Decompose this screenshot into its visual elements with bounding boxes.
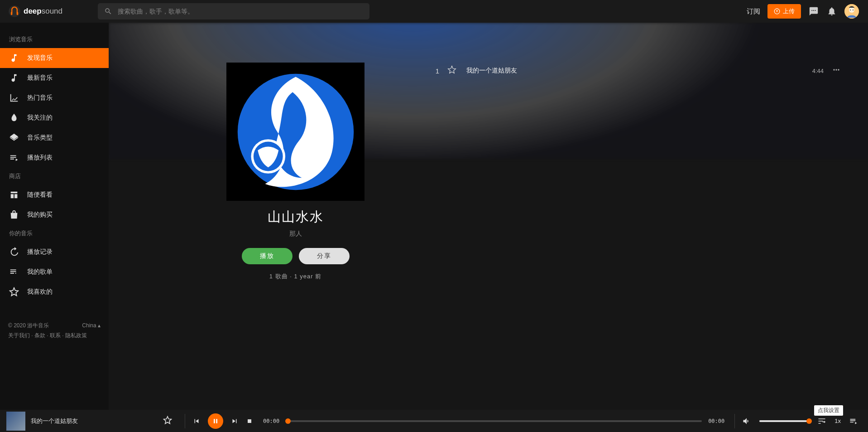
logo-text: deepsound: [24, 7, 62, 16]
track-more-button[interactable]: [832, 65, 841, 76]
queue-button[interactable]: [845, 417, 862, 426]
progress-bar[interactable]: [286, 420, 702, 422]
svg-rect-1: [11, 12, 12, 15]
logo-icon: [8, 5, 21, 18]
section-store-title: 商店: [0, 168, 109, 185]
volume-slider[interactable]: [759, 420, 809, 422]
svg-point-7: [853, 10, 854, 10]
play-album-button[interactable]: 播放: [242, 248, 293, 264]
prev-button[interactable]: [189, 417, 204, 425]
share-album-button[interactable]: 分享: [299, 248, 350, 264]
search-box[interactable]: [98, 3, 369, 19]
main-content: 山山水水 那人 播放 分享 1 歌曲 · 1 year 前 1 我的一个道姑朋友…: [109, 23, 868, 410]
play-pause-button[interactable]: [208, 413, 223, 429]
footer-about[interactable]: 关于我们: [8, 332, 30, 339]
album-artist[interactable]: 那人: [226, 230, 364, 238]
chart-icon: [9, 93, 19, 103]
divider: [185, 414, 185, 428]
drop-icon: [9, 113, 19, 123]
tracklist: 1 我的一个道姑朋友 4:44: [421, 60, 841, 82]
queue-icon: [9, 267, 19, 277]
hero-background: [109, 23, 868, 159]
now-playing-title[interactable]: 我的一个道姑朋友: [31, 417, 139, 425]
section-mine-title: 你的音乐: [0, 225, 109, 242]
divider: [734, 414, 735, 428]
footer-contact[interactable]: 联系: [50, 332, 61, 339]
next-button[interactable]: [227, 417, 242, 425]
album-title: 山山水水: [226, 208, 364, 226]
copyright: © 2020 游牛音乐: [8, 321, 49, 331]
footer-terms[interactable]: 条款: [34, 332, 45, 339]
svg-point-12: [835, 69, 837, 70]
album-cover: [226, 63, 364, 201]
star-icon: [9, 287, 19, 297]
now-playing-favorite[interactable]: [163, 416, 172, 427]
nav-trending[interactable]: 热门音乐: [0, 88, 109, 108]
logo[interactable]: deepsound: [8, 5, 62, 18]
svg-point-11: [833, 69, 834, 70]
music-note-icon: [9, 73, 19, 83]
nav-purchases[interactable]: 我的购买: [0, 205, 109, 225]
nav-playlists[interactable]: 播放列表: [0, 148, 109, 168]
nav-favorites[interactable]: 我喜欢的: [0, 282, 109, 302]
settings-tooltip: 点我设置: [814, 405, 843, 416]
nav-genres[interactable]: 音乐类型: [0, 128, 109, 148]
elapsed-time: 00:00: [257, 418, 286, 424]
nav-following[interactable]: 我关注的: [0, 108, 109, 128]
album-panel: 山山水水 那人 播放 分享 1 歌曲 · 1 year 前: [226, 63, 364, 281]
layers-icon: [9, 133, 19, 143]
footer-privacy[interactable]: 隐私政策: [65, 332, 87, 339]
volume-icon[interactable]: [739, 417, 755, 426]
now-playing-art[interactable]: [6, 412, 25, 431]
player-bar: 我的一个道姑朋友 00:00 00:00 点我设置 1x: [0, 410, 868, 432]
subscribe-link[interactable]: 订阅: [747, 7, 760, 16]
header: deepsound 订阅 上传: [0, 0, 868, 23]
svg-point-6: [850, 10, 851, 10]
svg-rect-2: [17, 12, 19, 15]
playlist-icon: [9, 153, 19, 163]
messages-icon[interactable]: [808, 6, 819, 17]
music-note-icon: [9, 53, 19, 63]
upload-icon: [774, 8, 780, 15]
track-row[interactable]: 1 我的一个道姑朋友 4:44: [421, 60, 841, 82]
svg-rect-14: [248, 419, 251, 423]
track-number: 1: [421, 67, 439, 75]
nav-browse-store[interactable]: 随便看看: [0, 185, 109, 205]
svg-point-5: [849, 7, 854, 13]
playback-speed[interactable]: 1x: [830, 417, 845, 424]
sidebar-footer: © 2020 游牛音乐 China ▴ 关于我们 · 条款 · 联系 · 隐私政…: [0, 316, 109, 346]
notifications-icon[interactable]: [826, 6, 837, 17]
language-picker[interactable]: China ▴: [82, 321, 101, 331]
track-favorite-button[interactable]: [447, 65, 456, 76]
search-input[interactable]: [118, 8, 363, 15]
total-time: 00:00: [702, 418, 731, 424]
bag-icon: [9, 210, 19, 220]
nav-my-playlists[interactable]: 我的歌单: [0, 262, 109, 282]
section-browse-title: 浏览音乐: [0, 31, 109, 48]
track-duration: 4:44: [812, 68, 824, 74]
user-avatar[interactable]: [844, 4, 859, 19]
history-icon: [9, 247, 19, 257]
stop-button[interactable]: [242, 417, 257, 425]
nav-latest[interactable]: 最新音乐: [0, 68, 109, 88]
upload-button[interactable]: 上传: [767, 4, 801, 19]
settings-button[interactable]: [814, 417, 830, 426]
nav-discover[interactable]: 发现音乐: [0, 48, 109, 68]
svg-point-13: [838, 69, 839, 70]
store-icon: [9, 190, 19, 200]
search-icon: [104, 7, 112, 15]
nav-history[interactable]: 播放记录: [0, 242, 109, 262]
album-meta: 1 歌曲 · 1 year 前: [226, 272, 364, 281]
track-title: 我的一个道姑朋友: [466, 67, 812, 75]
sidebar: 浏览音乐 发现音乐 最新音乐 热门音乐 我关注的 音乐类型 播放列表 商店 随便…: [0, 23, 109, 410]
